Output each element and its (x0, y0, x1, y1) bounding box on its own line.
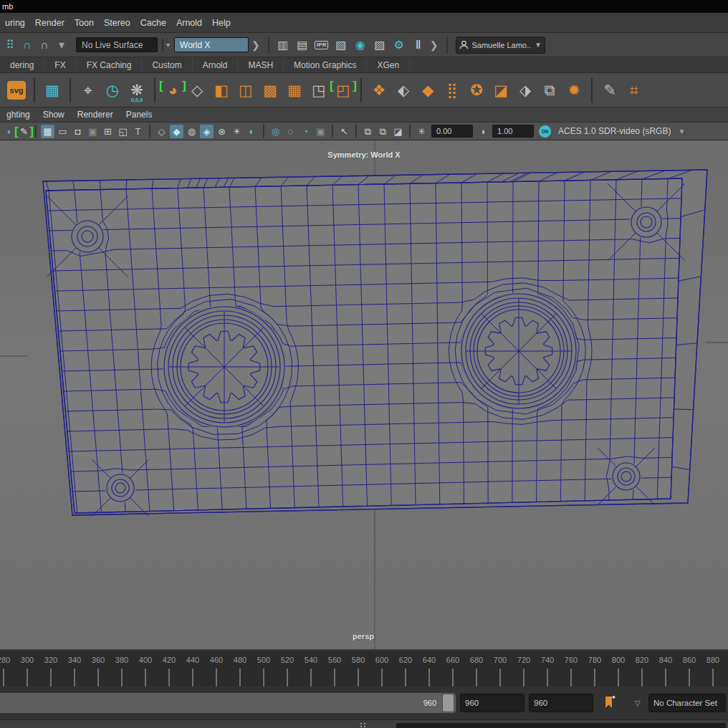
shelf-tab-fx-caching[interactable]: FX Caching (77, 58, 143, 72)
grid-toggle-icon[interactable]: ▦ (41, 125, 54, 138)
animation-end-field[interactable]: 960 (529, 694, 593, 712)
color-management-on-badge[interactable]: ON (539, 125, 551, 138)
character-set-field[interactable]: No Character Set (648, 694, 726, 712)
gamma-icon[interactable]: ◑ (476, 125, 489, 138)
snap-magnet-icon[interactable]: ∩ (19, 37, 36, 54)
occlusion-icon[interactable]: ◎ (269, 125, 282, 138)
menu-item-stereo[interactable]: Stereo (99, 18, 135, 28)
render-current-frame-icon[interactable]: ▤ (294, 37, 311, 54)
gate-mask-icon[interactable]: ▣ (86, 125, 100, 138)
shelf-tab-custom[interactable]: Custom (142, 58, 192, 72)
menu-item-cache[interactable]: Cache (135, 18, 171, 28)
resolution-gate-icon[interactable]: ◘ (71, 125, 85, 138)
safe-action-icon[interactable]: ◱ (116, 125, 130, 138)
panel-menu-show[interactable]: Show (37, 110, 71, 120)
svg-shelf-icon[interactable]: svg (7, 81, 26, 100)
wireframe-on-shaded-icon[interactable]: ⊗ (215, 125, 229, 138)
field-chart-icon[interactable]: ⊞ (101, 125, 115, 138)
mash-wheel-icon[interactable]: ✪ (466, 79, 487, 102)
camera-aperture-icon[interactable]: ◔ (299, 125, 312, 138)
range-end-handle[interactable] (442, 694, 454, 712)
ipr-render-icon[interactable]: IPR (313, 37, 330, 54)
xray-icon[interactable]: ⧉ (361, 125, 375, 138)
range-slider-bar[interactable]: 960 (0, 693, 456, 713)
snap-points-icon-partial[interactable]: ⠿ (1, 37, 19, 54)
shaded-mode-icon[interactable]: ◆ (170, 125, 183, 138)
character-set-caret-icon[interactable]: ▽ (635, 699, 641, 707)
bookmark-add-icon[interactable] (604, 696, 616, 710)
edit-handles-icon[interactable]: ⌗ (623, 79, 645, 102)
world-x-field[interactable]: World X (174, 37, 249, 52)
shelf-tab-xgen[interactable]: XGen (367, 58, 410, 72)
menu-item-arnold[interactable]: Arnold (171, 18, 207, 28)
pause-viewport-icon[interactable]: Ⅱ (410, 37, 427, 54)
film-gate-icon[interactable]: ▭ (56, 125, 70, 138)
mash-sphere-grid-icon[interactable]: ✹ (563, 79, 585, 102)
view-transform-label[interactable]: ACES 1.0 SDR-video (sRGB) (558, 126, 671, 136)
mash-distribute-icon[interactable]: ◧ (211, 79, 232, 102)
wireframe-mode-icon[interactable]: ◇ (155, 125, 168, 138)
mash-offset-icon[interactable]: ▦ (284, 79, 305, 102)
mash-cube-icon[interactable]: ◆ (417, 79, 439, 102)
command-line-input[interactable] (396, 723, 726, 728)
shelf-tab-motion-graphics[interactable]: Motion Graphics (284, 58, 367, 72)
menu-item-toon[interactable]: Toon (70, 18, 99, 28)
live-surface-caret-icon[interactable]: ▾ (53, 37, 70, 54)
gamma-field[interactable]: 1.00 (492, 125, 534, 138)
curve-tool-icon[interactable]: ✎ (599, 79, 621, 102)
shelf-tab-mash[interactable]: MASH (238, 58, 284, 72)
mash-replicator-icon[interactable]: ◫ (235, 79, 257, 102)
mash-waiter-icon[interactable]: ◕ (162, 79, 183, 102)
user-caret-icon[interactable]: ▼ (535, 41, 542, 49)
make-live-icon[interactable]: ∩ (36, 37, 53, 54)
render-view-icon[interactable]: ▥ (274, 37, 292, 54)
shadows-icon[interactable]: ◐ (245, 125, 259, 138)
motion-blur-icon[interactable]: ◌ (284, 125, 297, 138)
mash-grid-icon[interactable]: ▩ (259, 79, 281, 102)
mash-orient-icon[interactable]: ◳ (308, 79, 330, 102)
safe-title-icon[interactable]: T (131, 125, 145, 138)
menu-item-render[interactable]: Render (30, 18, 70, 28)
time-slider[interactable]: 2803003203403603804004204404604805005205… (0, 649, 728, 686)
paint-render-settings-icon[interactable]: ⚙ (391, 37, 408, 54)
zero-transforms-icon[interactable]: ❋0,0,0 (126, 79, 148, 102)
render-layers-icon[interactable]: ▨ (371, 37, 388, 54)
mash-extrude-icon[interactable]: ❖ (368, 79, 390, 102)
drag-grip-icon[interactable] (360, 722, 367, 727)
mash-falloff-icon[interactable]: ◇ (186, 79, 208, 102)
exposure-icon[interactable]: ✳ (415, 125, 428, 138)
lights-icon[interactable]: ☀ (230, 125, 244, 138)
viewport-panel[interactable]: Symmetry: World X persp (0, 140, 728, 649)
expand-right-icon[interactable]: ❯ (430, 39, 439, 51)
user-account-button[interactable]: Samuelle Lamo.. ▼ (456, 37, 545, 54)
shelf-tab-fx[interactable]: FX (44, 58, 76, 72)
view-transform-caret-icon[interactable]: ▼ (678, 128, 685, 135)
menu-item-help[interactable]: Help (207, 18, 236, 28)
panel-menu-panels[interactable]: Panels (120, 110, 159, 120)
shelf-tab-arnold[interactable]: Arnold (193, 58, 239, 72)
reset-time-icon[interactable]: ◷ (102, 79, 123, 102)
mash-flyer-icon[interactable]: ⬖ (393, 79, 414, 102)
no-live-surface-field[interactable]: No Live Surface (76, 37, 158, 52)
menu-item-uring[interactable]: uring (0, 18, 30, 28)
shelf-tab-dering[interactable]: dering (0, 58, 44, 72)
textured-mode-icon[interactable]: ◈ (200, 125, 214, 138)
mash-stack-icon[interactable]: ⬗ (514, 79, 536, 102)
mash-random-icon[interactable]: ◰ (332, 79, 354, 102)
textured-sphere-icon[interactable]: ◍ (185, 125, 198, 138)
render-setup-icon[interactable]: ◉ (352, 37, 369, 54)
exposure-field[interactable]: 0.00 (431, 125, 473, 138)
xray-active-icon[interactable]: ⧉ (376, 125, 390, 138)
backface-icon[interactable]: ◪ (391, 125, 405, 138)
chevron-down-icon[interactable]: ▾ (166, 41, 170, 49)
mash-fold-icon[interactable]: ◪ (490, 79, 512, 102)
expand-right-icon[interactable]: ❯ (252, 39, 260, 51)
grease-pencil-icon[interactable]: ✎ (17, 125, 31, 138)
playback-end-field[interactable]: 960 (460, 694, 525, 712)
mash-network-icon[interactable]: ▦ (42, 79, 63, 102)
pressed-toggle-icon[interactable]: ▣ (314, 125, 327, 138)
create-locator-icon[interactable]: ⌖ (77, 79, 99, 102)
panel-menu-renderer[interactable]: Renderer (71, 110, 120, 120)
wireframe-cassette-model[interactable] (0, 140, 728, 649)
render-settings-icon[interactable]: ▧ (332, 37, 350, 54)
